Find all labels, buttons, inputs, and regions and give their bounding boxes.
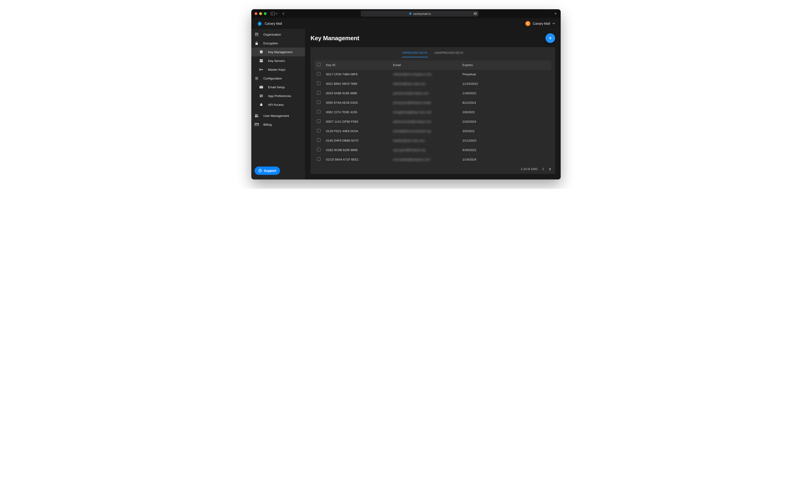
- row-checkbox[interactable]: [317, 129, 321, 132]
- tab-unapproved-keys[interactable]: UNAPPROVED KEYS: [434, 50, 464, 57]
- svg-line-21: [258, 79, 258, 80]
- next-page-button[interactable]: [549, 168, 551, 170]
- help-icon: [258, 169, 262, 173]
- sidebar-item-master-keys[interactable]: Master Keys: [251, 65, 305, 74]
- row-checkbox[interactable]: [317, 100, 321, 104]
- sidebar-item-label: App Preferences: [268, 94, 291, 98]
- row-checkbox[interactable]: [317, 110, 321, 113]
- cell-expires: 6/29/2022: [460, 145, 551, 155]
- col-key-id[interactable]: Key ID: [323, 61, 390, 70]
- keys-panel: APPROVED KEYS UNAPPROVED KEYS Key ID Ema…: [311, 47, 555, 174]
- table-row[interactable]: 0017 CF04 74B4 06F6mfisher@erm.drugavrs.…: [314, 70, 551, 79]
- site-favicon: [409, 12, 412, 15]
- server-icon: [259, 59, 263, 62]
- svg-line-20: [256, 77, 256, 78]
- gear-icon: [255, 76, 259, 80]
- sidebar-item-label: API Access: [268, 103, 284, 106]
- svg-rect-28: [260, 95, 261, 95]
- table-row[interactable]: 0022 B681 59C9 7666bakshta@sky-mae.com11…: [314, 79, 551, 88]
- pagination-range: 1-10 of 1042: [521, 167, 537, 171]
- svg-rect-5: [257, 33, 258, 34]
- sidebar-item-api-access[interactable]: API Access: [251, 100, 305, 109]
- table-row[interactable]: 00D7 11A1 DF80 F093afahrmensah@omdyar.co…: [314, 117, 551, 126]
- new-tab-button[interactable]: +: [554, 11, 557, 16]
- table-row[interactable]: 01CD 58A4 A71F 6EE1mmurakata@luispano.co…: [314, 155, 551, 164]
- cell-key-id: 01CD 58A4 A71F 6EE1: [323, 155, 390, 164]
- prev-page-button[interactable]: [542, 168, 544, 170]
- svg-rect-33: [255, 123, 259, 126]
- sidebar-item-label: User Management: [263, 114, 289, 118]
- support-button-label: Support: [264, 169, 276, 173]
- select-all-checkbox[interactable]: [317, 63, 321, 66]
- minimize-window-button[interactable]: [259, 12, 262, 15]
- cell-email: gminkumar@omdyar.com: [390, 88, 460, 98]
- keys-table: Key ID Email Expires 0017 CF04 74B4 06F6…: [314, 61, 551, 164]
- support-button[interactable]: Support: [255, 167, 280, 175]
- cell-key-id: 0129 FD21 44E6 0C0A: [323, 126, 390, 136]
- sidebar-toggle[interactable]: [271, 12, 278, 15]
- table-row[interactable]: 0055 67A9 AE36 D325jimmy.lyon@firstlook.…: [314, 98, 551, 107]
- cell-email: fsaldac@sky-mae.com: [390, 136, 460, 145]
- cell-email: breed@democracyfund.org: [390, 126, 460, 136]
- sidebar-item-label: Configuration: [263, 77, 282, 80]
- sidebar-item-key-management[interactable]: Key Management: [251, 48, 305, 56]
- row-checkbox[interactable]: [317, 148, 321, 151]
- table-row[interactable]: 01B2 8C9B 6295 6686ryan.grim@firstlook.o…: [314, 145, 551, 155]
- cell-expires: Perpetual: [460, 70, 551, 79]
- close-window-button[interactable]: [255, 12, 257, 15]
- svg-rect-8: [257, 34, 258, 35]
- page-settings-icon[interactable]: •••: [473, 12, 477, 15]
- tabs: APPROVED KEYS UNAPPROVED KEYS: [311, 47, 555, 57]
- row-checkbox[interactable]: [317, 91, 321, 94]
- cell-expires: 8/12/2021: [460, 98, 551, 107]
- sidebar-item-key-servers[interactable]: Key Servers: [251, 56, 305, 65]
- table-row[interactable]: 0145 D4F8 DB86 0A7Cfsaldac@sky-mae.com2/…: [314, 136, 551, 145]
- maximize-window-button[interactable]: [264, 12, 267, 15]
- table-row[interactable]: 0082 2274 7D0E 4155emaglesang@sky-river.…: [314, 107, 551, 117]
- cell-email: jimmy.lyon@firstlook.media: [390, 98, 460, 107]
- row-checkbox[interactable]: [317, 82, 321, 85]
- row-checkbox[interactable]: [317, 138, 321, 142]
- svg-rect-11: [260, 61, 263, 62]
- cell-key-id: 0055 67A9 AE36 D325: [323, 98, 390, 107]
- svg-rect-29: [262, 96, 263, 96]
- cell-email: mfisher@erm.drugavrs.com: [390, 70, 460, 79]
- tab-approved-keys[interactable]: APPROVED KEYS: [402, 50, 428, 57]
- account-menu[interactable]: C Canary Mail: [525, 21, 555, 26]
- sidebar-item-user-management[interactable]: User Management: [251, 111, 305, 120]
- sidebar-item-encryption[interactable]: Encryption: [251, 39, 305, 48]
- svg-rect-14: [262, 69, 263, 70]
- cell-expires: 1/14/2024: [460, 155, 551, 164]
- users-icon: [255, 114, 259, 117]
- address-bar[interactable]: canarymail.io •••: [361, 11, 479, 17]
- app-brand[interactable]: Canary Mail: [257, 21, 282, 26]
- svg-rect-3: [256, 33, 256, 34]
- cell-key-id: 0082 2274 7D0E 4155: [323, 107, 390, 117]
- table-row[interactable]: 0129 FD21 44E6 0C0Abreed@democracyfund.o…: [314, 126, 551, 136]
- sidebar-item-label: Master Keys: [268, 68, 285, 71]
- svg-rect-10: [260, 59, 263, 61]
- sidebar-item-configuration[interactable]: Configuration: [251, 74, 305, 83]
- cell-key-id: 0033 5A6B 9189 4686: [323, 88, 390, 98]
- sidebar-item-app-preferences[interactable]: App Preferences: [251, 91, 305, 100]
- row-checkbox[interactable]: [317, 157, 321, 161]
- sidebar-item-email-setup[interactable]: Email Setup: [251, 83, 305, 91]
- cell-key-id: 00D7 11A1 DF80 F093: [323, 117, 390, 126]
- add-key-button[interactable]: [545, 33, 555, 43]
- content-area: Key Management APPROVED KEYS UNAPPROVED …: [305, 29, 561, 179]
- table-row[interactable]: 0033 5A6B 9189 4686gminkumar@omdyar.com1…: [314, 88, 551, 98]
- cell-expires: 2/11/2023: [460, 136, 551, 145]
- row-checkbox[interactable]: [317, 119, 321, 123]
- chevron-down-icon: [275, 12, 278, 15]
- row-checkbox[interactable]: [317, 72, 321, 76]
- sidebar-item-billing[interactable]: Billing: [251, 120, 305, 129]
- sidebar-item-label: Organization: [263, 33, 281, 36]
- col-expires[interactable]: Expires: [460, 61, 551, 70]
- svg-rect-4: [257, 33, 257, 34]
- sidebar-item-label: Key Servers: [268, 59, 285, 63]
- sidebar-item-label: Billing: [263, 123, 272, 126]
- sidebar-item-organization[interactable]: Organization: [251, 30, 305, 39]
- back-button[interactable]: [282, 12, 285, 15]
- col-email[interactable]: Email: [390, 61, 460, 70]
- canary-logo-icon: [257, 21, 262, 26]
